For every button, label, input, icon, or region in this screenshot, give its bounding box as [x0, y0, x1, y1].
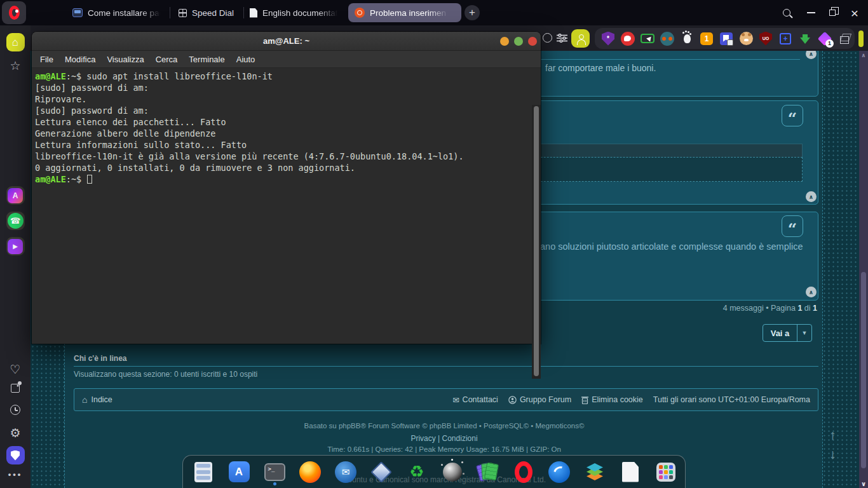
- scroll-top-post-icon[interactable]: ∧: [806, 191, 817, 202]
- tab-favicon-monitor-icon: [72, 8, 83, 17]
- mail-app-icon[interactable]: ✉: [334, 460, 357, 484]
- menu-terminale[interactable]: Terminale: [183, 55, 230, 64]
- reload-icon[interactable]: [543, 33, 552, 43]
- terminal-line: [sudo] password di am:: [35, 82, 529, 93]
- ellipsis-icon: •••: [8, 470, 23, 479]
- index-link[interactable]: ⌂ Indice: [82, 395, 112, 405]
- home-icon: ⌂: [6, 33, 25, 51]
- tab-label: Problema inserimen: [370, 8, 451, 18]
- ubuntu-favicon-icon: [355, 8, 365, 18]
- scrollbar-thumb[interactable]: [861, 272, 866, 468]
- tab-problema-inserimento-active[interactable]: Problema inserimen: [348, 3, 461, 22]
- ublock-shield-icon[interactable]: UO: [758, 31, 773, 46]
- app-grid-icon[interactable]: [654, 460, 677, 484]
- ubuntu-software-icon[interactable]: A: [227, 460, 250, 484]
- sidebar-item-password-manager[interactable]: [0, 446, 31, 464]
- terminal-title: am@ALE: ~: [263, 36, 309, 46]
- virtualbox-icon[interactable]: [370, 460, 393, 484]
- menu-file[interactable]: File: [34, 55, 59, 64]
- profile-button[interactable]: [571, 29, 590, 48]
- delete-cookies-link[interactable]: Elimina cookie: [581, 395, 643, 404]
- player-icon: ▶: [8, 239, 23, 254]
- sidebar-item-more[interactable]: •••: [0, 470, 31, 479]
- firefox-icon[interactable]: [299, 460, 322, 484]
- terminal-window[interactable]: am@ALE: ~ File Modifica Visualizza Cerca…: [32, 32, 541, 344]
- sidebar-item-whatsapp[interactable]: ☎: [0, 212, 31, 230]
- scroll-top-post-icon[interactable]: ∧: [806, 287, 817, 297]
- terminal-output[interactable]: am@ALE:~$ sudo apt install libreoffice-l…: [32, 68, 541, 343]
- tab-come-installare[interactable]: Come installare pacc: [72, 0, 166, 25]
- menu-visualizza[interactable]: Visualizza: [101, 55, 149, 64]
- scrollbar-down-icon[interactable]: ∨: [859, 480, 868, 487]
- wallet-badge-icon[interactable]: 1: [699, 31, 714, 46]
- forum-team-link[interactable]: Gruppo Forum: [508, 395, 571, 404]
- close-icon: ×: [851, 6, 858, 20]
- privacy-shield-icon[interactable]: *: [600, 31, 616, 46]
- password-shield-icon: [11, 451, 20, 461]
- window-maximize-dot[interactable]: [514, 37, 523, 46]
- tune-icon[interactable]: [557, 34, 567, 43]
- settings-gear-icon: ⚙: [10, 426, 20, 440]
- goggles-icon[interactable]: [660, 31, 675, 46]
- terminal-titlebar[interactable]: am@ALE: ~: [32, 32, 541, 51]
- duck-block-icon[interactable]: [620, 31, 635, 46]
- menu-cerca[interactable]: Cerca: [150, 55, 184, 64]
- tab-english-documentation[interactable]: English documentati: [250, 0, 346, 25]
- screen-capture-icon[interactable]: [640, 31, 655, 46]
- whos-online-title: Chi c'è in linea: [74, 354, 127, 363]
- green-cards-app-icon[interactable]: [477, 460, 499, 484]
- cube-icon[interactable]: [837, 31, 852, 46]
- collection-badge-icon[interactable]: 1: [817, 31, 832, 46]
- sphere-dots-app-icon[interactable]: [441, 460, 464, 484]
- goto-dropdown-button[interactable]: Vai a ▼: [763, 324, 812, 342]
- sidebar-item-player[interactable]: ▶: [0, 237, 31, 255]
- sidebar-item-history[interactable]: [0, 405, 31, 415]
- sidebar-item-home[interactable]: ⌂: [0, 33, 31, 51]
- menu-aiuto[interactable]: Aiuto: [231, 55, 261, 64]
- contact-link[interactable]: ✉ Contattaci: [452, 395, 498, 405]
- envelope-icon: ✉: [452, 395, 459, 405]
- download-arrow-icon[interactable]: [797, 31, 813, 46]
- freefilesync-icon[interactable]: ♻: [405, 460, 428, 484]
- sidebar-handle-pill[interactable]: [858, 30, 864, 47]
- tab-speed-dial[interactable]: Speed Dial: [179, 0, 234, 25]
- terminal-line: Lettura elenco dei pacchetti... Fatto: [35, 116, 529, 128]
- privacy-terms-links[interactable]: Privacy | Condizioni: [65, 434, 824, 443]
- sidebar-item-bookmarks[interactable]: ☆: [0, 58, 31, 73]
- tab-search-button[interactable]: [778, 0, 796, 25]
- terminal-scrollbar[interactable]: [532, 105, 541, 379]
- minimize-button[interactable]: [802, 0, 820, 25]
- lock-app-icon[interactable]: [719, 31, 734, 46]
- gnome-foot-icon[interactable]: [679, 31, 695, 46]
- terminal-line: [sudo] password di am:: [35, 105, 529, 116]
- sidebar-item-settings[interactable]: ⚙: [0, 426, 31, 440]
- page-jump-down-button[interactable]: ↓: [824, 446, 841, 463]
- board-footer-bar: ⌂ Indice ✉ Contattaci Gruppo Forum Elimi…: [74, 388, 818, 411]
- heart-icon: ♡: [10, 362, 20, 377]
- sidebar-item-aria[interactable]: A: [0, 186, 31, 205]
- window-close-dot[interactable]: [528, 37, 537, 46]
- page-jump-up-button[interactable]: ↑: [824, 427, 841, 444]
- files-icon[interactable]: [192, 460, 215, 484]
- scrollbar-up-icon[interactable]: ∧: [859, 52, 868, 58]
- terminal-icon[interactable]: >_: [263, 460, 286, 484]
- selection-frame-icon[interactable]: +: [778, 31, 793, 46]
- page-scrollbar[interactable]: ∧ ∨: [859, 51, 868, 488]
- terminal-scrollbar-thumb[interactable]: [534, 106, 539, 376]
- sidebar-item-favorites[interactable]: ♡: [0, 362, 31, 377]
- thunderbird-icon[interactable]: [548, 460, 571, 484]
- opera-menu-button[interactable]: [2, 1, 26, 24]
- quote-button[interactable]: “: [782, 105, 803, 126]
- opera-icon[interactable]: [512, 460, 535, 484]
- hamster-icon[interactable]: [738, 31, 754, 46]
- close-button[interactable]: ×: [846, 0, 864, 25]
- layers-app-icon[interactable]: [583, 460, 606, 484]
- window-minimize-dot[interactable]: [500, 37, 509, 46]
- menu-modifica[interactable]: Modifica: [59, 55, 101, 64]
- libreoffice-icon[interactable]: [619, 460, 642, 484]
- quote-button[interactable]: “: [782, 215, 803, 237]
- new-tab-button[interactable]: +: [465, 5, 480, 20]
- sidebar-item-pinboards[interactable]: [0, 384, 31, 393]
- terminal-line: am@ALE:~$ sudo apt install libreoffice-l…: [35, 71, 529, 82]
- maximize-button[interactable]: [824, 0, 841, 25]
